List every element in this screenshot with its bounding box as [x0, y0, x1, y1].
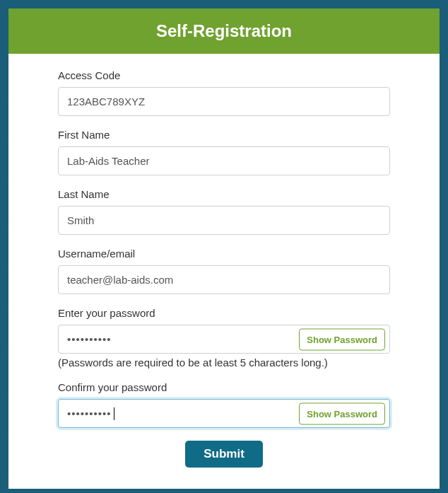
- first-name-label: First Name: [58, 129, 390, 141]
- last-name-input[interactable]: [58, 206, 390, 235]
- card-body: Access Code First Name Last Name Usernam…: [8, 54, 440, 489]
- password-group: Enter your password Show Password (Passw…: [58, 307, 390, 369]
- access-code-input[interactable]: [58, 87, 390, 116]
- confirm-password-label: Confirm your password: [58, 381, 390, 393]
- first-name-group: First Name: [58, 129, 390, 175]
- username-group: Username/email: [58, 248, 390, 294]
- last-name-group: Last Name: [58, 188, 390, 235]
- last-name-label: Last Name: [58, 188, 390, 200]
- show-password-button[interactable]: Show Password: [299, 328, 385, 350]
- username-label: Username/email: [58, 248, 390, 260]
- access-code-label: Access Code: [58, 69, 390, 81]
- text-caret: [114, 407, 114, 420]
- card-header: Self-Registration: [8, 8, 440, 54]
- username-input[interactable]: [58, 265, 390, 294]
- show-confirm-password-button[interactable]: Show Password: [299, 402, 385, 424]
- registration-card: Self-Registration Access Code First Name…: [8, 8, 440, 489]
- submit-button[interactable]: Submit: [185, 441, 263, 468]
- password-label: Enter your password: [58, 307, 390, 319]
- confirm-password-input-wrapper: Show Password: [58, 399, 390, 428]
- submit-row: Submit: [58, 441, 390, 468]
- access-code-group: Access Code: [58, 69, 390, 116]
- page-title: Self-Registration: [156, 21, 292, 40]
- password-input-wrapper: Show Password: [58, 325, 390, 354]
- confirm-password-group: Confirm your password Show Password: [58, 381, 390, 428]
- password-hint: (Passwords are required to be at least 5…: [58, 356, 390, 369]
- first-name-input[interactable]: [58, 146, 390, 175]
